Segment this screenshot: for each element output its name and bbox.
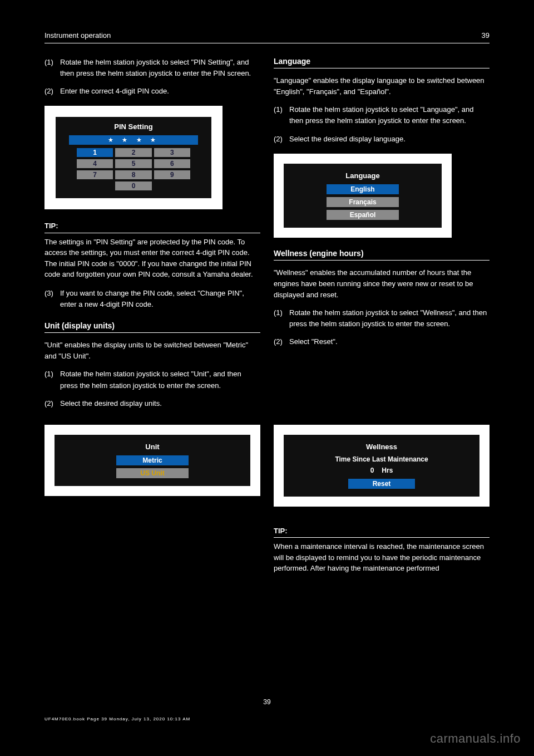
instruction-step: (1) Rotate the helm station joystick to … — [44, 57, 260, 79]
screenshot-wellness: Wellness Time Since Last Maintenance 0 H… — [274, 425, 490, 507]
wellness-hours-row: 0 Hrs — [294, 467, 469, 474]
step-text: Select the desired display language. — [289, 134, 490, 145]
unit-option-metric[interactable]: Metric — [116, 455, 189, 465]
pin-display: ★ ★ ★ ★ — [69, 135, 198, 145]
header-rule — [44, 43, 490, 43]
wellness-subtitle: Time Since Last Maintenance — [294, 455, 469, 463]
screen-title: PIN Setting — [66, 122, 201, 131]
step-number: (1) — [274, 307, 289, 330]
keypad-key-5[interactable]: 5 — [115, 159, 151, 168]
step-text: Rotate the helm station joystick to sele… — [289, 104, 490, 126]
step-text: Rotate the helm station joystick to sele… — [60, 57, 260, 79]
step-number: (1) — [274, 104, 289, 126]
screen-title: Language — [294, 171, 432, 180]
keypad-key-8[interactable]: 8 — [115, 170, 151, 179]
tip-rule — [274, 537, 490, 538]
wellness-reset-button[interactable]: Reset — [348, 479, 415, 489]
watermark: carmanuals.info — [430, 732, 521, 746]
keypad: 1 2 3 4 5 6 7 8 9 0 — [66, 148, 201, 190]
step-text: Select the desired display units. — [60, 398, 260, 409]
instruction-step: (2) Select the desired display units. — [44, 398, 260, 409]
tip-title: TIP: — [274, 527, 288, 535]
instruction-step: (2) Select the desired display language. — [274, 134, 490, 145]
section-heading-language: Language — [274, 57, 490, 68]
screenshot-language: Language English Français Español — [274, 154, 452, 238]
wellness-hours-unit: Hrs — [382, 467, 393, 474]
screen-title: Unit — [65, 443, 240, 451]
step-text: Enter the correct 4-digit PIN code. — [60, 86, 260, 97]
tip-block: TIP: When a maintenance interval is reac… — [274, 526, 490, 574]
lang-option-english[interactable]: English — [327, 184, 399, 194]
instruction-step: (2) Select "Reset". — [274, 336, 490, 347]
keypad-key-7[interactable]: 7 — [77, 170, 113, 179]
instruction-step: (1) Rotate the helm station joystick to … — [274, 104, 490, 126]
body-paragraph: "Unit" enables the display units to be s… — [44, 340, 260, 362]
unit-option-us[interactable]: US Unit — [116, 468, 189, 478]
tip-title: TIP: — [44, 222, 58, 230]
wellness-hours-value: 0 — [370, 467, 374, 474]
screen-title: Wellness — [294, 443, 469, 451]
keypad-key-9[interactable]: 9 — [154, 170, 190, 179]
instruction-step: (3) If you want to change the PIN code, … — [44, 288, 260, 310]
keypad-key-6[interactable]: 6 — [154, 159, 190, 168]
section-heading-unit: Unit (display units) — [44, 321, 260, 333]
page-number-top: 39 — [482, 31, 490, 40]
screenshot-unit: Unit Metric US Unit — [44, 425, 260, 496]
body-paragraph: "Language" enables the display language … — [274, 75, 490, 97]
tip-body: When a maintenance interval is reached, … — [274, 542, 484, 572]
instruction-step: (1) Rotate the helm station joystick to … — [274, 307, 490, 330]
body-paragraph: "Wellness" enables the accumulated numbe… — [274, 267, 490, 301]
step-text: If you want to change the PIN code, sele… — [60, 288, 260, 310]
page-number-bottom: 39 — [0, 698, 534, 706]
keypad-key-1[interactable]: 1 — [77, 148, 113, 157]
step-text: Select "Reset". — [289, 336, 490, 347]
instruction-step: (1) Rotate the helm station joystick to … — [44, 369, 260, 391]
step-number: (2) — [274, 336, 289, 347]
keypad-key-2[interactable]: 2 — [115, 148, 151, 157]
tip-body: The settings in "PIN Setting" are protec… — [44, 238, 253, 279]
lang-option-espanol[interactable]: Español — [327, 210, 399, 220]
step-number: (1) — [44, 57, 60, 79]
screenshot-pin: PIN Setting ★ ★ ★ ★ 1 2 3 4 5 6 7 8 9 0 — [44, 106, 222, 209]
keypad-key-0[interactable]: 0 — [115, 181, 151, 190]
print-footer: UF4M70E0.book Page 39 Monday, July 13, 2… — [44, 716, 190, 721]
tip-block: TIP: The settings in "PIN Setting" are p… — [44, 220, 260, 280]
step-number: (3) — [44, 288, 60, 310]
section-title: Instrument operation — [44, 31, 111, 40]
step-number: (2) — [274, 134, 289, 145]
tip-rule — [44, 233, 260, 233]
keypad-key-3[interactable]: 3 — [154, 148, 190, 157]
section-heading-wellness: Wellness (engine hours) — [274, 249, 490, 261]
step-text: Rotate the helm station joystick to sele… — [289, 307, 490, 330]
step-number: (1) — [44, 369, 60, 391]
step-number: (2) — [44, 398, 60, 409]
step-text: Rotate the helm station joystick to sele… — [60, 369, 260, 391]
keypad-key-4[interactable]: 4 — [77, 159, 113, 168]
lang-option-francais[interactable]: Français — [327, 197, 399, 207]
step-number: (2) — [44, 86, 60, 97]
instruction-step: (2) Enter the correct 4-digit PIN code. — [44, 86, 260, 97]
